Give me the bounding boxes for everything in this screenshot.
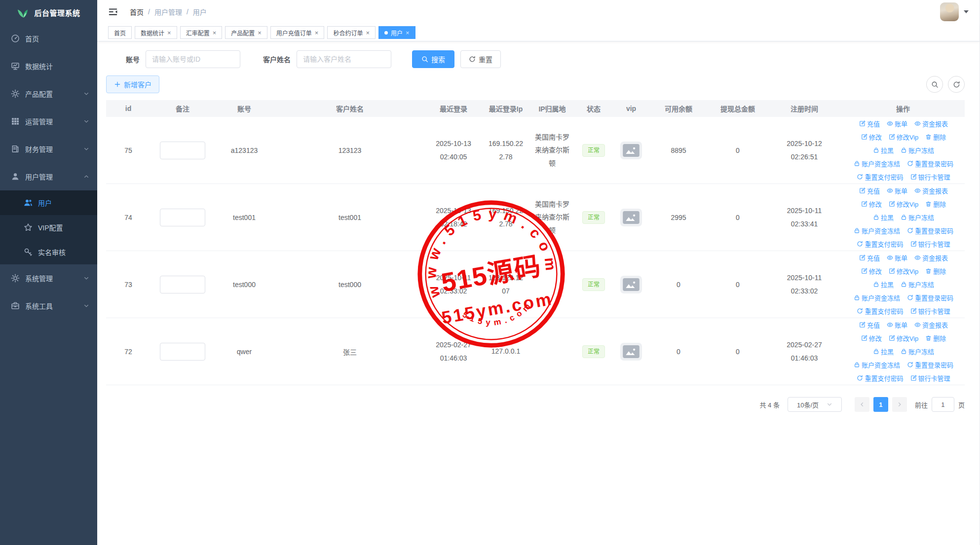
tab-close-icon[interactable]: ×: [315, 30, 319, 36]
account-input[interactable]: [146, 50, 240, 68]
op-freeze-account[interactable]: 账户冻结: [901, 347, 934, 356]
goto-page-input[interactable]: [932, 397, 954, 412]
sidebar-item-system[interactable]: 系统管理: [0, 264, 97, 292]
search-button[interactable]: 搜索: [412, 50, 454, 68]
op-blacklist[interactable]: 拉黑: [873, 280, 894, 289]
op-recharge[interactable]: 充值: [859, 186, 880, 195]
vip-image-icon[interactable]: [620, 142, 642, 159]
reset-button[interactable]: 重置: [460, 50, 501, 68]
tab-exchange-rate[interactable]: 汇率配置×: [180, 26, 223, 39]
tab-contract-orders[interactable]: 秒合约订单×: [327, 26, 376, 39]
op-blacklist[interactable]: 拉黑: [873, 145, 894, 155]
op-edit-vip[interactable]: 修改Vip: [889, 266, 919, 276]
prev-page-button[interactable]: [855, 397, 869, 412]
table-search-button[interactable]: [926, 76, 943, 93]
op-fund-report[interactable]: 资金报表: [914, 320, 948, 329]
op-delete[interactable]: 删除: [925, 266, 946, 276]
op-bill[interactable]: 账单: [887, 320, 907, 329]
tab-close-icon[interactable]: ×: [366, 30, 370, 36]
op-edit-vip[interactable]: 修改Vip: [889, 199, 919, 209]
vip-image-icon[interactable]: [620, 276, 642, 293]
customer-name-input[interactable]: [297, 50, 391, 68]
cell-last-login-ip: 169.150.22 2.78: [481, 184, 530, 251]
tab-user[interactable]: 用户×: [378, 26, 415, 39]
tab-product-config[interactable]: 产品配置×: [225, 26, 267, 39]
op-bank-card[interactable]: 银行卡管理: [910, 239, 950, 249]
op-bill[interactable]: 账单: [887, 253, 907, 262]
op-fund-report[interactable]: 资金报表: [914, 119, 948, 128]
sidebar-item-vip-config[interactable]: VIP配置: [0, 215, 97, 240]
op-fund-report[interactable]: 资金报表: [914, 253, 948, 262]
tab-close-icon[interactable]: ×: [406, 30, 410, 36]
op-edit[interactable]: 修改: [861, 266, 882, 276]
sidebar-item-finance[interactable]: 财务管理: [0, 135, 97, 163]
page-size-select[interactable]: 10条/页: [788, 397, 842, 412]
current-page-button[interactable]: 1: [873, 397, 888, 412]
op-recharge[interactable]: 充值: [859, 119, 880, 128]
op-freeze-account[interactable]: 账户冻结: [901, 145, 934, 155]
remark-input[interactable]: [160, 276, 205, 293]
caret-down-icon[interactable]: [964, 10, 969, 13]
op-freeze-funds[interactable]: 账户资金冻结: [854, 293, 900, 302]
op-blacklist[interactable]: 拉黑: [873, 213, 894, 222]
op-bank-card[interactable]: 银行卡管理: [910, 373, 950, 383]
tab-home[interactable]: 首页: [108, 26, 132, 39]
op-reset-pay-password[interactable]: 重置支付密码: [857, 239, 903, 249]
op-edit-vip[interactable]: 修改Vip: [889, 333, 919, 343]
op-edit[interactable]: 修改: [861, 333, 882, 343]
op-recharge[interactable]: 充值: [859, 253, 880, 262]
op-freeze-funds[interactable]: 账户资金冻结: [854, 360, 900, 369]
next-page-button[interactable]: [892, 397, 907, 412]
op-delete[interactable]: 删除: [925, 333, 946, 343]
remark-input[interactable]: [160, 343, 205, 361]
op-recharge[interactable]: 充值: [859, 320, 880, 329]
op-blacklist[interactable]: 拉黑: [873, 347, 894, 356]
op-bank-card[interactable]: 银行卡管理: [910, 172, 950, 182]
op-fund-report[interactable]: 资金报表: [914, 186, 948, 195]
op-freeze-funds[interactable]: 账户资金冻结: [854, 159, 900, 168]
op-edit[interactable]: 修改: [861, 199, 882, 209]
remark-input[interactable]: [160, 209, 205, 226]
edit-icon: [859, 187, 866, 194]
status-badge: 正常: [582, 144, 605, 157]
sidebar-item-realname-audit[interactable]: 实名审核: [0, 240, 97, 264]
tab-recharge-orders[interactable]: 用户充值订单×: [270, 26, 325, 39]
sidebar-item-tools[interactable]: 系统工具: [0, 292, 97, 320]
op-freeze-account[interactable]: 账户冻结: [901, 280, 934, 289]
op-edit[interactable]: 修改: [861, 132, 882, 142]
sidebar-item-user-management[interactable]: 用户管理: [0, 163, 97, 190]
sidebar-item-home[interactable]: 首页: [0, 25, 97, 52]
remark-input[interactable]: [160, 142, 205, 159]
sidebar-item-stats[interactable]: 数据统计: [0, 52, 97, 80]
op-delete[interactable]: 删除: [925, 199, 946, 209]
op-reset-pay-password[interactable]: 重置支付密码: [857, 172, 903, 182]
vip-image-icon[interactable]: [620, 209, 642, 226]
op-edit-vip[interactable]: 修改Vip: [889, 132, 919, 142]
op-freeze-account[interactable]: 账户冻结: [901, 213, 934, 222]
tab-close-icon[interactable]: ×: [258, 30, 262, 36]
op-bill[interactable]: 账单: [887, 119, 907, 128]
avatar[interactable]: [940, 2, 959, 21]
breadcrumb-home[interactable]: 首页: [130, 7, 144, 17]
sidebar-item-operation[interactable]: 运营管理: [0, 108, 97, 135]
op-reset-pay-password[interactable]: 重置支付密码: [857, 373, 903, 383]
vip-image-icon[interactable]: [620, 343, 642, 361]
tab-close-icon[interactable]: ×: [213, 30, 217, 36]
op-reset-pay-password[interactable]: 重置支付密码: [857, 306, 903, 316]
tab-close-icon[interactable]: ×: [167, 30, 171, 36]
op-reset-login-password[interactable]: 重置登录密码: [907, 226, 953, 235]
op-freeze-funds[interactable]: 账户资金冻结: [854, 226, 900, 235]
sidebar-item-user[interactable]: 用户: [0, 190, 97, 215]
op-delete[interactable]: 删除: [925, 132, 946, 142]
op-reset-login-password[interactable]: 重置登录密码: [907, 360, 953, 369]
cell-remark: [151, 318, 215, 385]
table-refresh-button[interactable]: [948, 76, 965, 93]
op-bill[interactable]: 账单: [887, 186, 907, 195]
tab-stats[interactable]: 数据统计×: [135, 26, 177, 39]
menu-fold-icon[interactable]: [108, 7, 118, 17]
op-bank-card[interactable]: 银行卡管理: [910, 306, 950, 316]
op-reset-login-password[interactable]: 重置登录密码: [907, 293, 953, 302]
add-customer-button[interactable]: 新增客户: [106, 75, 159, 93]
op-reset-login-password[interactable]: 重置登录密码: [907, 159, 953, 168]
sidebar-item-product-config[interactable]: 产品配置: [0, 80, 97, 108]
